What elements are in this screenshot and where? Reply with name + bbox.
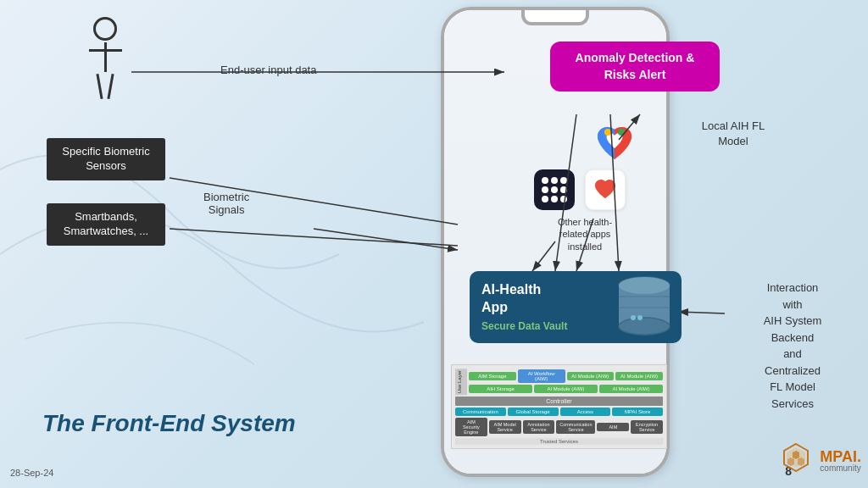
fitbit-dots: [542, 177, 567, 202]
svg-point-0: [604, 129, 611, 136]
date-stamp: 28-Sep-24: [10, 468, 53, 478]
mpai-sub: community: [820, 464, 861, 473]
interaction-label: InteractionwithAIH SystemBackendandCentr…: [737, 280, 848, 412]
mpai-logo: MPAI. community: [776, 441, 861, 481]
phone-notch: [521, 10, 589, 25]
heart-app-icon: [585, 169, 626, 210]
person-arms: [89, 49, 122, 52]
arch-row-1: Use Layer AIM Storage AI Workflow (AIW) …: [455, 369, 663, 395]
svg-point-4: [619, 318, 670, 335]
heart-svg: [592, 176, 619, 203]
arch-diagram: Use Layer AIM Storage AI Workflow (AIW) …: [451, 364, 667, 449]
anomaly-detection-box: Anomaly Detection & Risks Alert: [550, 42, 720, 92]
person-leg-right: [107, 74, 114, 99]
arch-row-services: Communication Global Storage Access MPAI…: [455, 408, 663, 416]
database-icon: [615, 275, 674, 339]
person-body: [104, 42, 107, 72]
svg-marker-24: [787, 458, 794, 466]
person-figure: [93, 17, 117, 99]
local-aih-model-label: Local AIH FLModel: [695, 119, 771, 149]
svg-point-9: [637, 315, 643, 320]
svg-marker-25: [798, 458, 804, 466]
end-user-input-label: End-user input data: [220, 64, 316, 76]
svg-marker-23: [793, 451, 799, 459]
person-legs: [98, 74, 112, 99]
sensor-box-2-label: Smartbands, Smartwatches, ...: [64, 210, 148, 237]
person-leg-left: [96, 74, 103, 99]
sensor-box-biometric: Specific Biometric Sensors: [47, 138, 165, 180]
google-health-icon: [589, 119, 640, 169]
svg-line-13: [314, 229, 458, 250]
fitbit-icon: [534, 169, 575, 210]
mpai-hex-icon: [776, 441, 816, 481]
svg-line-18: [678, 312, 725, 313]
other-apps-label: Other health-related appsinstalled: [530, 216, 640, 252]
svg-point-5: [619, 277, 670, 294]
sensor-box-1-label: Specific Biometric Sensors: [62, 145, 149, 172]
svg-line-12: [170, 229, 458, 246]
svg-point-1: [618, 129, 625, 136]
arch-row-trusted: AIM Security Engine AIM Model Service An…: [455, 418, 663, 436]
mpai-name: MPAI.: [820, 449, 861, 464]
person-head: [93, 17, 117, 41]
arch-row-controller: Controller: [455, 396, 663, 406]
svg-point-8: [631, 315, 636, 320]
main-title: The Front-End System: [42, 410, 296, 437]
biometric-signals-label: BiometricSignals: [203, 191, 249, 216]
sensor-box-smartbands: Smartbands, Smartwatches, ...: [47, 203, 165, 246]
